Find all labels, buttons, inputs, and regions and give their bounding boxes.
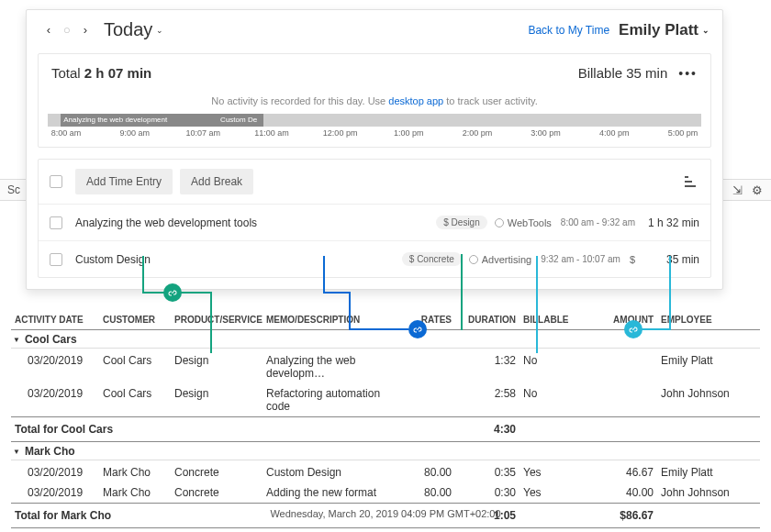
- today-dot-button[interactable]: ○: [58, 21, 76, 39]
- th-duration[interactable]: DURATION: [459, 315, 523, 325]
- export-icon[interactable]: ⇲: [731, 183, 743, 196]
- cell-rates: [404, 354, 459, 380]
- timeline-tick: 3:00 pm: [528, 128, 564, 138]
- cell-amount: 40.00: [587, 486, 661, 499]
- cell-duration: 1:32: [459, 354, 523, 380]
- cell-duration: 2:58: [459, 387, 523, 413]
- table-row[interactable]: 03/20/2019Mark ChoConcreteCustom Design8…: [11, 460, 760, 482]
- time-entry-row[interactable]: Analyzing the web development tools$ Des…: [39, 205, 710, 241]
- cell-date: 03/20/2019: [11, 466, 103, 479]
- entry-description: Analyzing the web development tools: [75, 216, 436, 229]
- back-to-my-time-link[interactable]: Back to My Time: [528, 24, 609, 37]
- chevron-down-icon: ⌄: [156, 26, 163, 35]
- total-value: 2 h 07 min: [84, 65, 151, 81]
- table-group-row[interactable]: ▼Mark Cho: [11, 442, 760, 460]
- cell-rates: 80.00: [404, 466, 459, 479]
- entry-project[interactable]: WebTools: [495, 217, 552, 228]
- next-day-button[interactable]: ›: [76, 21, 95, 39]
- cell-product: Design: [174, 387, 266, 413]
- total-amount: [587, 423, 661, 436]
- totals-row: Total 2 h 07 min Billable 35 min •••: [39, 54, 710, 90]
- time-panel: ‹ ○ › Today ⌄ Back to My Time Emily Plat…: [26, 9, 723, 290]
- cell-date: 03/20/2019: [11, 387, 103, 413]
- table-row[interactable]: 03/20/2019Mark ChoConcreteAdding the new…: [11, 482, 760, 503]
- th-billable[interactable]: BILLABLE: [523, 315, 587, 325]
- th-memo[interactable]: MEMO/DESCRIPTION: [266, 315, 404, 325]
- billable-label: Billable: [578, 65, 622, 81]
- bg-left-label: Sc: [7, 183, 20, 196]
- cell-rates: [404, 387, 459, 413]
- entry-tag[interactable]: $ Design: [436, 216, 486, 229]
- table-row[interactable]: 03/20/2019Cool CarsDesignAnalyzing the w…: [11, 348, 760, 383]
- globe-icon: [495, 218, 504, 227]
- table-header-row: ACTIVITY DATE CUSTOMER PRODUCT/SERVICE M…: [11, 310, 760, 330]
- entry-tag[interactable]: $ Concrete: [402, 252, 462, 266]
- total-label: Total: [51, 65, 81, 81]
- globe-icon: [469, 255, 478, 264]
- time-entry-row[interactable]: Custom Design$ ConcreteAdvertising9:32 a…: [39, 241, 710, 277]
- prev-day-button[interactable]: ‹: [39, 21, 58, 39]
- cell-memo: Refactoring automation code: [266, 387, 404, 413]
- cell-rates: 80.00: [404, 486, 459, 499]
- th-employee[interactable]: EMPLOYEE: [661, 315, 760, 325]
- th-customer[interactable]: CUSTOMER: [103, 315, 174, 325]
- timeline-tick: 1:00 pm: [390, 128, 427, 138]
- timeline-segment[interactable]: Analyzing the web development: [61, 114, 218, 127]
- cell-billable: Yes: [523, 466, 587, 479]
- date-picker[interactable]: Today ⌄: [104, 19, 163, 40]
- timeline-tick: 5:00 pm: [665, 128, 701, 138]
- entries-toolbar: Add Time Entry Add Break: [39, 160, 710, 205]
- dollar-icon: $: [630, 254, 635, 265]
- group-name: Cool Cars: [25, 333, 77, 346]
- th-activity-date[interactable]: ACTIVITY DATE: [11, 315, 103, 325]
- cell-customer: Mark Cho: [103, 486, 174, 499]
- cell-product: Concrete: [174, 466, 266, 479]
- cell-memo: Analyzing the web developm…: [266, 354, 404, 380]
- cell-duration: 0:35: [459, 466, 523, 479]
- cell-date: 03/20/2019: [11, 354, 103, 380]
- add-time-entry-button[interactable]: Add Time Entry: [75, 169, 173, 194]
- cell-billable: Yes: [523, 486, 587, 499]
- gear-icon[interactable]: ⚙: [751, 183, 764, 196]
- table-total-row: Total for Cool Cars4:30: [11, 416, 760, 442]
- select-all-checkbox[interactable]: [50, 175, 62, 188]
- entry-duration: 1 h 32 min: [644, 216, 699, 229]
- th-product[interactable]: PRODUCT/SERVICE: [174, 315, 266, 325]
- timeline-tick: 12:00 pm: [322, 128, 359, 138]
- activity-table: ACTIVITY DATE CUSTOMER PRODUCT/SERVICE M…: [11, 310, 760, 528]
- add-break-button[interactable]: Add Break: [180, 169, 253, 194]
- timeline-tick: 9:00 am: [117, 128, 153, 138]
- timeline-segment[interactable]: Custom De: [218, 114, 263, 127]
- table-row[interactable]: 03/20/2019Cool CarsDesignRefactoring aut…: [11, 383, 760, 416]
- entry-time-range: 8:00 am - 9:32 am: [561, 217, 635, 227]
- desktop-app-link[interactable]: desktop app: [388, 95, 443, 106]
- cell-employee: Emily Platt: [661, 354, 760, 380]
- billable-value: 35 min: [626, 65, 667, 81]
- table-group-row[interactable]: ▼Cool Cars: [11, 330, 760, 348]
- timeline-tick: 10:07 am: [184, 128, 221, 138]
- entry-checkbox[interactable]: [50, 253, 62, 266]
- entry-checkbox[interactable]: [50, 216, 62, 229]
- cell-amount: [587, 354, 661, 380]
- user-picker[interactable]: Emily Platt ⌄: [619, 21, 710, 39]
- th-rates[interactable]: RATES: [404, 315, 459, 325]
- th-amount[interactable]: AMOUNT: [587, 315, 661, 325]
- cell-billable: No: [523, 387, 587, 413]
- entries-card: Add Time Entry Add Break Analyzing the w…: [38, 159, 711, 278]
- cell-date: 03/20/2019: [11, 486, 103, 499]
- disclosure-triangle-icon[interactable]: ▼: [13, 336, 20, 344]
- cell-customer: Cool Cars: [103, 387, 174, 413]
- chevron-down-icon: ⌄: [702, 26, 710, 35]
- group-name: Mark Cho: [25, 445, 75, 458]
- more-menu-button[interactable]: •••: [678, 66, 698, 81]
- cell-employee: Emily Platt: [661, 466, 760, 479]
- page-footer-timestamp: Wednesday, March 20, 2019 04:09 PM GMT+0…: [0, 508, 771, 519]
- timeline: Analyzing the web development Custom De …: [48, 114, 701, 138]
- sort-icon[interactable]: [685, 175, 699, 188]
- timeline-tick: 11:00 am: [253, 128, 290, 138]
- cell-memo: Custom Design: [266, 466, 404, 479]
- timeline-bar[interactable]: Analyzing the web development Custom De: [48, 114, 701, 127]
- entry-project[interactable]: Advertising: [469, 254, 531, 265]
- disclosure-triangle-icon[interactable]: ▼: [13, 448, 20, 456]
- cell-product: Design: [174, 354, 266, 380]
